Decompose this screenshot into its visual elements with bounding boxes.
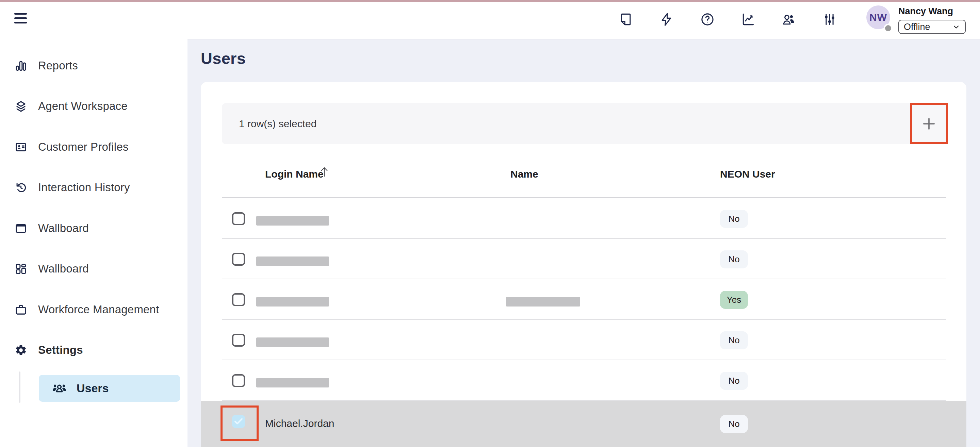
avatar-initials: NW bbox=[869, 11, 887, 23]
sidebar-item-label: Wallboard bbox=[38, 222, 89, 235]
history-icon bbox=[14, 181, 27, 194]
selection-count-text: 1 row(s) selected bbox=[239, 118, 317, 130]
table-row[interactable]: No bbox=[201, 320, 966, 360]
subnav-indent-line bbox=[19, 371, 21, 403]
sidebar-item-workforce-management[interactable]: Workforce Management bbox=[0, 301, 188, 318]
redacted-login-name bbox=[256, 256, 329, 266]
users-card: 1 row(s) selected Login Name Name NEON U… bbox=[201, 82, 966, 447]
status-select-value: Offline bbox=[904, 22, 952, 32]
dashboard-grid-icon bbox=[14, 262, 27, 275]
main-content: Users 1 row(s) selected Login Name Name … bbox=[188, 39, 980, 447]
id-card-icon bbox=[14, 141, 27, 153]
hamburger-menu-icon[interactable] bbox=[14, 13, 27, 28]
neon-user-badge: No bbox=[720, 250, 748, 269]
status-select[interactable]: Offline bbox=[898, 20, 966, 34]
sidebar-item-wallboard-2[interactable]: Wallboard bbox=[0, 261, 188, 277]
sidebar-item-label: Agent Workspace bbox=[38, 100, 127, 113]
help-icon[interactable] bbox=[700, 12, 715, 27]
preferences-sliders-icon[interactable] bbox=[822, 12, 837, 27]
redacted-login-name bbox=[256, 216, 329, 226]
sort-asc-icon[interactable] bbox=[319, 165, 329, 178]
table-row[interactable]: No bbox=[201, 239, 966, 279]
column-header-neon-user[interactable]: NEON User bbox=[720, 167, 775, 181]
login-name-text: Michael.Jordan bbox=[265, 418, 334, 430]
user-name: Nancy Wang bbox=[898, 6, 953, 17]
gear-icon bbox=[14, 344, 27, 356]
selection-toolbar: 1 row(s) selected bbox=[222, 103, 910, 144]
redacted-login-name bbox=[256, 378, 329, 388]
sidebar-item-label: Interaction History bbox=[38, 181, 130, 194]
bar-chart-icon bbox=[14, 59, 27, 72]
layers-icon bbox=[14, 100, 27, 113]
presence-dot bbox=[884, 24, 892, 33]
quick-actions-icon[interactable] bbox=[659, 12, 674, 27]
redacted-login-name bbox=[256, 337, 329, 347]
row-checkbox[interactable] bbox=[232, 334, 245, 347]
sidebar-item-customer-profiles[interactable]: Customer Profiles bbox=[0, 139, 188, 155]
neon-user-badge: No bbox=[720, 331, 748, 349]
sidebar-item-label: Customer Profiles bbox=[38, 140, 129, 153]
neon-user-badge: Yes bbox=[720, 291, 748, 309]
page-title: Users bbox=[201, 49, 246, 68]
plus-icon bbox=[921, 116, 937, 132]
row-checkbox[interactable] bbox=[232, 374, 245, 387]
sidebar-item-reports[interactable]: Reports bbox=[0, 57, 188, 74]
sidebar-item-label: Users bbox=[76, 382, 109, 395]
neon-user-badge: No bbox=[720, 210, 748, 228]
sidebar-item-label: Workforce Management bbox=[38, 303, 159, 316]
check-icon bbox=[234, 417, 243, 426]
supervisor-users-icon[interactable] bbox=[781, 12, 796, 27]
row-checkbox[interactable] bbox=[232, 212, 245, 225]
table-row[interactable]: Yes bbox=[201, 279, 966, 320]
sidebar-item-settings[interactable]: Settings bbox=[0, 342, 188, 358]
redacted-name bbox=[506, 297, 580, 307]
briefcase-icon bbox=[14, 304, 27, 316]
browser-window-icon bbox=[14, 222, 27, 235]
notes-icon[interactable] bbox=[618, 12, 633, 27]
sidebar-item-agent-workspace[interactable]: Agent Workspace bbox=[0, 98, 188, 114]
neon-user-badge: No bbox=[720, 372, 748, 390]
chevron-down-icon bbox=[952, 23, 960, 31]
selected-row-checkbox[interactable] bbox=[232, 415, 245, 428]
table-row-selected[interactable]: Michael.Jordan No bbox=[201, 401, 966, 447]
sidebar-item-label: Reports bbox=[38, 59, 78, 72]
users-group-icon bbox=[52, 382, 67, 395]
table-row[interactable]: No bbox=[201, 360, 966, 401]
row-checkbox[interactable] bbox=[232, 253, 245, 266]
sidebar-item-wallboard[interactable]: Wallboard bbox=[0, 220, 188, 236]
sidebar-item-label: Settings bbox=[38, 344, 83, 356]
analytics-icon[interactable] bbox=[741, 12, 756, 27]
sidebar-item-interaction-history[interactable]: Interaction History bbox=[0, 179, 188, 196]
row-checkbox[interactable] bbox=[232, 293, 245, 306]
sidebar: Reports Agent Workspace Customer Profile… bbox=[0, 2, 188, 447]
sidebar-item-label: Wallboard bbox=[38, 262, 89, 275]
add-user-button[interactable] bbox=[910, 103, 948, 144]
topbar: NW Nancy Wang Offline bbox=[188, 2, 980, 40]
column-header-login-name[interactable]: Login Name bbox=[265, 167, 324, 181]
sidebar-item-users[interactable]: Users bbox=[39, 375, 180, 402]
neon-user-badge: No bbox=[720, 415, 748, 433]
redacted-login-name bbox=[256, 297, 329, 307]
table-row[interactable]: No bbox=[201, 198, 966, 239]
column-header-name[interactable]: Name bbox=[511, 167, 538, 181]
